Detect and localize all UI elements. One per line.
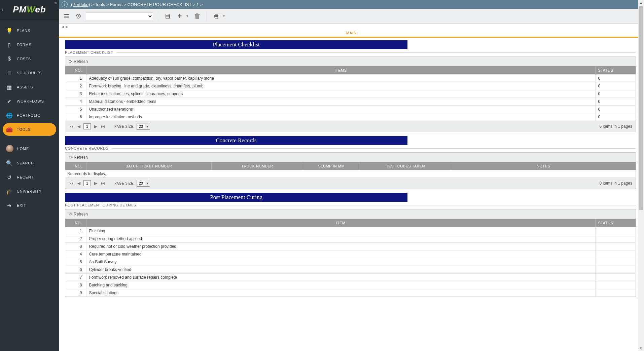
col-truck[interactable]: TRUCK NUMBER [212,162,303,170]
chevron-down-icon[interactable]: ▾ [145,181,150,186]
nav-exit[interactable]: ➜EXIT [3,199,56,212]
sidebar-collapse-icon[interactable]: ‹ [1,6,3,13]
history-icon[interactable] [74,11,83,21]
table-row[interactable]: 2Formwork bracing, line and grade, clean… [65,82,636,90]
table-row[interactable]: 1Finishing [65,227,636,235]
breadcrumb-segment[interactable]: (Portfolio) [71,2,90,7]
cell-no: 1 [65,75,86,82]
curing-refresh-button[interactable]: ⟳ Refresh [69,211,88,217]
col-status[interactable]: STATUS [595,219,636,227]
cell-status [595,235,636,243]
tab-main[interactable]: MAIN [59,30,644,38]
record-select[interactable] [86,12,153,20]
nav-university[interactable]: 🎓UNIVERSITY [3,185,56,198]
nav-assets[interactable]: ▦ASSETS [3,81,56,93]
cell-item: Batching and sacking [86,281,595,289]
add-button[interactable]: + ▾ [175,11,190,21]
cell-no: 6 [65,113,86,121]
info-icon[interactable]: i [62,1,68,7]
collapse-right-icon[interactable]: ▶ [65,25,69,29]
table-row[interactable]: 6Improper installation methods0 [65,113,636,121]
cell-item: Formwork removed and surface repairs com… [86,274,595,281]
svg-rect-6 [166,14,169,15]
table-row[interactable]: 2Proper curing method applied [65,235,636,243]
col-notes[interactable]: NOTES [451,162,636,170]
delete-icon[interactable] [192,11,202,21]
nav-costs[interactable]: $COSTS [3,52,56,65]
scroll-thumb[interactable] [639,6,643,210]
registered-icon: ® [55,1,57,5]
nav-plans[interactable]: 💡PLANS [3,24,56,37]
placement-refresh-button[interactable]: ⟳ Refresh [69,59,88,64]
print-icon[interactable] [212,11,221,21]
table-row[interactable]: 9Special coatings [65,289,636,297]
col-items[interactable]: ITEMS [86,66,595,75]
col-cubes[interactable]: TEST CUBES TAKEN [360,162,451,170]
prev-page-icon[interactable]: ◀ [76,181,81,186]
nav-exit-icon: ➜ [6,202,13,209]
col-no[interactable]: NO. [65,219,86,227]
page-input[interactable] [83,123,91,129]
col-batch[interactable]: BATCH TICKET NUMBER [86,162,212,170]
svg-rect-7 [166,16,169,18]
table-row[interactable]: 5Unauthorized alterations0 [65,106,636,113]
scroll-down-icon[interactable]: ▼ [638,346,644,351]
save-icon[interactable] [163,11,172,21]
logo[interactable]: ‹ PMWeb ® [0,0,59,20]
nav-search[interactable]: 🔍SEARCH [3,157,56,169]
next-page-icon[interactable]: ▶ [93,124,98,129]
table-row[interactable]: 1Adequacy of sub grade, compaction, dry,… [65,75,636,82]
refresh-icon: ⟳ [69,211,72,217]
table-row[interactable]: 6Cylinder breaks verified [65,266,636,274]
page-size-label: PAGE SIZE: [114,125,135,128]
tab-bar: MAIN [59,30,644,38]
col-no[interactable]: NO. [65,162,86,170]
table-row[interactable]: 4Material distortions - embedded items0 [65,98,636,106]
col-status[interactable]: STATUS [595,66,636,75]
last-page-icon[interactable]: ⏭ [100,124,106,129]
vertical-scrollbar[interactable]: ▲ ▼ [638,0,644,351]
nav-schedules[interactable]: ≣SCHEDULES [3,67,56,79]
chevron-down-icon[interactable]: ▾ [145,124,150,129]
concrete-banner: Concrete Records [65,136,407,145]
scroll-up-icon[interactable]: ▲ [638,0,644,5]
nav-home[interactable]: HOME [3,142,56,155]
col-item[interactable]: ITEM [86,219,595,227]
breadcrumb-segment: Forms [110,2,122,7]
table-row[interactable]: 5As-Built Survey [65,258,636,266]
first-page-icon[interactable]: ⏮ [69,181,74,186]
nav-portfolio[interactable]: 🌐PORTFOLIO [3,109,56,122]
scroll-track[interactable] [638,5,644,346]
cell-status: 0 [595,113,636,121]
page-input[interactable] [83,180,91,186]
nav-workflows[interactable]: ✔WORKFLOWS [3,95,56,108]
nav-tools[interactable]: 🧰TOOLS [3,123,56,136]
table-row[interactable]: 3Required hot or cold weather protection… [65,243,636,250]
list-icon[interactable] [62,11,71,21]
nav-forms[interactable]: ▯FORMS [3,38,56,51]
nav-label: PLANS [17,29,30,33]
nav-recent-icon: ↺ [6,174,13,181]
cell-status: 0 [595,106,636,113]
add-dropdown-icon[interactable]: ▾ [184,14,190,18]
concrete-refresh-button[interactable]: ⟳ Refresh [69,155,88,160]
cell-item: Finishing [86,227,595,235]
table-row[interactable]: 7Formwork removed and surface repairs co… [65,274,636,281]
collapse-left-icon[interactable]: ◀ [61,25,65,29]
page-size-select[interactable]: ▾ [137,180,150,187]
page-size-select[interactable]: ▾ [137,123,150,130]
next-page-icon[interactable]: ▶ [93,181,98,186]
nav-plans-icon: 💡 [6,27,13,34]
print-dropdown-icon[interactable]: ▾ [221,14,226,18]
col-slump[interactable]: SLUMP IN MM [303,162,360,170]
prev-page-icon[interactable]: ◀ [76,124,81,129]
col-no[interactable]: NO. [65,66,86,75]
table-row[interactable]: 3Rebar installation, ties, splices, clea… [65,90,636,98]
print-button[interactable]: ▾ [212,11,226,21]
table-row[interactable]: 8Batching and sacking [65,281,636,289]
plus-icon[interactable]: + [175,11,184,21]
table-row[interactable]: 4Cure temperature maintained [65,250,636,258]
first-page-icon[interactable]: ⏮ [69,124,74,129]
last-page-icon[interactable]: ⏭ [100,181,106,186]
nav-recent[interactable]: ↺RECENT [3,171,56,184]
